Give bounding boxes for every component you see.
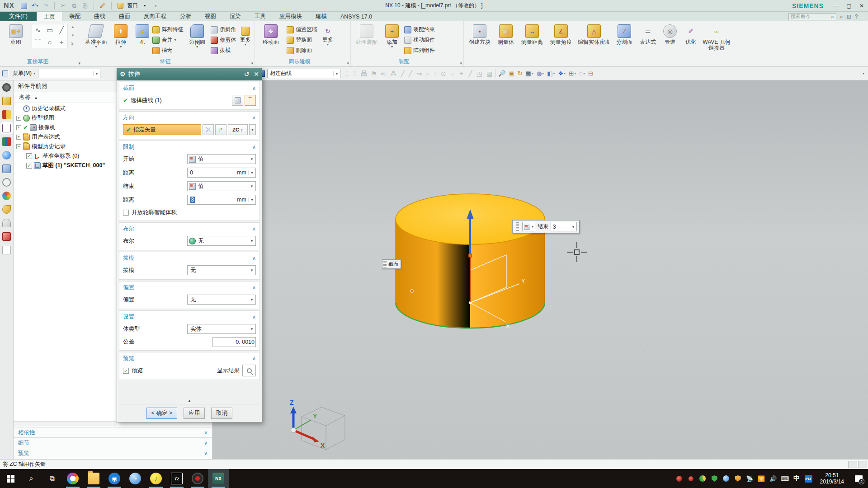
minimize-ribbon-icon[interactable]: – [861,14,864,20]
paste-icon[interactable]: ⎘ [81,2,89,10]
redo-icon[interactable]: ↷ [42,2,50,10]
orient-view-icon[interactable]: ◧▾ [547,70,555,77]
create-box-button[interactable]: ▪ 创建方块 [467,23,493,45]
snap-icon[interactable]: ⁂ [390,70,396,77]
tray-ime-indicator[interactable]: 中 [793,475,801,483]
collapse-chevron-icon[interactable]: ∧ [252,356,256,361]
tab-render[interactable]: 渲染 [223,12,248,21]
undo-icon[interactable]: ↶▾ [31,2,39,10]
web-browser-icon[interactable] [2,151,11,160]
refresh-view-icon[interactable]: ↻ [518,70,523,77]
vector-type-combo[interactable]: ZC↑ [228,124,248,135]
snap-icon[interactable]: ＋ [458,70,464,78]
process-studio-icon[interactable] [2,192,11,200]
collapse-chevron-icon[interactable]: ∧ [252,314,256,320]
dependencies-panel-header[interactable]: 相依性∨ [14,427,212,437]
maximize-button[interactable]: ▢ [843,1,855,11]
offset-region-button[interactable]: 偏置区域 [287,24,317,35]
command-search-input[interactable]: 搜索命令 ⌕ [788,13,836,20]
assembly-constraints-button[interactable]: 装配约束 [404,24,435,35]
draft-button[interactable]: 拔模 [211,45,236,56]
snap-icon[interactable]: ⌶ [353,70,356,77]
cut-icon[interactable]: ✂ [59,2,67,10]
move-component-button[interactable]: 移动组件 [404,35,435,45]
collapse-chevron-icon[interactable]: ∧ [252,285,256,291]
snap-icon[interactable]: 品 [361,70,367,78]
touch-mode-icon[interactable] [2,219,11,227]
tab-reverse-engineering[interactable]: 反向工程 [137,12,173,21]
collapse-chevron-icon[interactable]: ∧ [252,115,256,121]
collapse-chevron-icon[interactable]: ∧ [252,255,256,261]
studio-spline-icon[interactable]: ∿ [32,24,44,36]
tray-satellite-icon[interactable]: 📡 [746,475,754,483]
sketch-section-button[interactable] [232,95,243,106]
divide-face-button[interactable]: ⁄ 分割面 [614,23,635,45]
wave-geometry-linker-button[interactable]: ∞ WAVE 几何链接器 [703,23,731,51]
rectangle-icon[interactable]: ▭ [44,24,56,36]
selection-filter-combo[interactable]: ▾ [38,69,100,78]
tray-360-icon[interactable] [699,475,707,483]
tab-ansys[interactable]: ANSYS 17.0 [334,12,379,21]
section-handle-tag[interactable]: 截面 [382,259,401,269]
boolean-combo[interactable]: 无▾ [187,236,256,246]
tab-analysis[interactable]: 分析 [173,12,198,21]
body-type-combo[interactable]: 实体▾ [187,324,256,334]
snap-icon[interactable]: ⌔ [426,70,429,77]
action-center-button[interactable]: 2 [852,469,865,488]
notebook-icon[interactable] [2,232,11,241]
tree-row-cameras[interactable]: + ✔ 摄像机 [16,123,116,132]
circle-icon[interactable]: ○ [44,36,56,48]
sort-ascending-icon[interactable]: ▲ [34,95,38,100]
curve-rule-combo[interactable]: 相连曲线▾ [267,69,340,78]
shell-button[interactable]: 抽壳 [152,45,183,56]
tree-row-user-expressions[interactable]: + 用户表达式 [16,132,116,142]
task-view-button[interactable]: ⧉ [42,469,62,488]
taskbar-app-file-explorer[interactable] [83,469,104,488]
roles-gear-icon[interactable] [2,83,11,92]
delete-face-button[interactable]: 删除面 [287,45,317,56]
status-grip-box[interactable] [858,461,867,468]
feature-more-button[interactable]: 更多▾ [239,23,252,47]
window-menu-icon[interactable] [116,2,124,10]
tab-modeling[interactable]: 建模 [309,12,334,21]
expressions-button[interactable]: ＝ 表达式 [637,23,658,45]
window-menu-dropdown-icon[interactable]: ▾ [141,2,149,10]
measure-angle-button[interactable]: ∠ 测量角度 [548,23,574,45]
end-limit-combo[interactable]: 值▾ [187,181,256,191]
tree-row-model-views[interactable]: + 模型视图 [16,113,116,123]
sketch-button[interactable]: ▣✦ 草图 [3,23,29,45]
tray-recorder-icon[interactable] [675,475,683,483]
copy-icon[interactable]: ⧉ [70,2,78,10]
tray-defender-shield-icon[interactable] [734,475,742,483]
process-assembly-button[interactable]: 处理装配 [354,23,380,45]
window-layout-icon[interactable]: ⊞ [847,14,851,20]
part-navigator-icon[interactable] [2,124,11,132]
graphics-window[interactable]: Y X [213,80,868,459]
snap-icon[interactable]: ╱ [409,70,412,77]
tree-row-datum-csys[interactable]: ✓ 基准坐标系 (0) [16,151,116,161]
toolbar-overflow-icon[interactable]: ▾ [863,71,864,75]
window-menu[interactable]: 窗口 [127,2,138,10]
group-dropdown-icon[interactable]: ▾ [251,61,253,66]
end-distance-input[interactable]: 3 mm▾ [187,195,256,205]
end-distance-input[interactable]: 3 ▾ [551,222,577,231]
group-dropdown-icon[interactable]: ▾ [460,61,462,66]
horizontal-scrollbar[interactable] [14,421,117,427]
start-limit-combo[interactable]: 值▾ [187,154,256,164]
onscreen-input-toolbar[interactable]: ▾ 结束 3 ▾ [512,220,580,233]
pattern-component-button[interactable]: 阵列组件 [404,45,435,56]
cancel-button[interactable]: 取消 [211,408,232,419]
drag-handle-icon[interactable] [516,222,519,231]
tree-row-sketch[interactable]: ✓ 草图 (1) "SKETCH_000" [16,161,116,170]
taskbar-app-nx[interactable]: NX [208,469,229,488]
show-hide-icon[interactable]: ◌▾ [579,70,585,77]
drag-handle-icon[interactable] [383,261,387,267]
dropdown-icon[interactable]: ▾ [570,225,576,229]
snap-icon[interactable]: ╱ [468,70,472,77]
fit-view-icon[interactable]: ▣ [509,70,514,77]
extrude-dialog-titlebar[interactable]: ⚙ 拉伸 ↺ ✕ [117,68,262,80]
arc-icon[interactable]: ⌒ [32,36,44,48]
tree-row-model-history[interactable]: − 模型历史记录 [16,142,116,151]
snap-icon[interactable]: ⊙ [441,70,446,77]
zoom-window-icon[interactable]: 🔎 [498,70,505,77]
